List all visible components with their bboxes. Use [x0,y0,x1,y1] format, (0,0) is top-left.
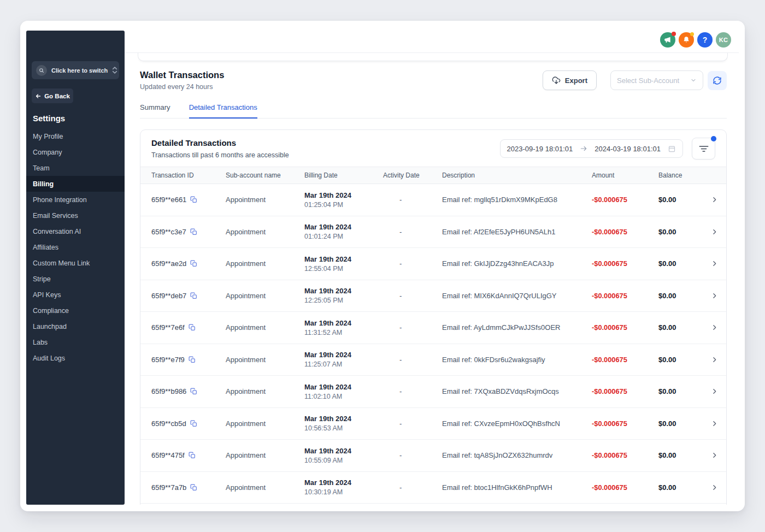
copy-icon[interactable] [189,324,196,331]
activity-date-cell: - [383,387,442,395]
refresh-icon [713,76,722,85]
content-scroll-area[interactable]: Wallet Transactions Updated every 24 hou… [125,53,739,505]
account-switcher[interactable]: Click here to switch [32,61,119,79]
table-column-header: Activity Date [383,172,442,179]
transaction-id: 65f9**ae2d [151,259,186,268]
table-row[interactable]: 65f9**e7f9 Appointment Mar 19th 2024 11:… [140,344,726,376]
sidebar-nav-item[interactable]: Email Services [26,208,125,223]
billing-content: Wallet Transactions Updated every 24 hou… [125,61,739,505]
row-expand-chevron-icon[interactable] [702,324,726,331]
table-row[interactable]: 65f9**7a7b Appointment Mar 19th 2024 10:… [140,472,726,504]
sidebar-nav-item[interactable]: API Keys [26,287,125,303]
row-expand-chevron-icon[interactable] [702,420,726,427]
copy-icon[interactable] [189,356,196,363]
subaccount-name-cell: Appointment [226,451,304,459]
row-expand-chevron-icon[interactable] [702,484,726,491]
copy-icon[interactable] [190,228,197,235]
sidebar-title: Settings [33,114,119,123]
page-header: Wallet Transactions Updated every 24 hou… [140,70,727,91]
export-button[interactable]: Export [543,70,597,90]
subaccount-select[interactable]: Select Sub-Account [610,70,703,90]
copy-icon[interactable] [190,420,197,427]
table-row[interactable]: 65f9**7e6f Appointment Mar 19th 2024 11:… [140,312,726,344]
sidebar-nav-item[interactable]: Custom Menu Link [26,255,125,271]
go-back-button[interactable]: Go Back [32,88,73,103]
table-row[interactable]: 65f9**e661 Appointment Mar 19th 2024 01:… [140,184,726,216]
row-expand-chevron-icon[interactable] [702,292,726,299]
sidebar-nav-item[interactable]: My Profile [26,128,125,144]
billing-date-cell: Mar 19th 2024 01:01:24 PM [304,223,383,240]
copy-icon[interactable] [189,452,196,459]
announcement-icon[interactable] [660,32,675,48]
sidebar-nav-item[interactable]: Company [26,144,125,160]
row-expand-chevron-icon[interactable] [702,388,726,395]
wallet-tab[interactable]: Detailed Transactions [189,103,257,119]
refresh-button[interactable] [708,71,727,90]
sidebar-nav-item[interactable]: Phone Integration [26,192,125,208]
date-range-picker[interactable]: 2023-09-19 18:01:01 2024-03-19 18:01:01 [500,139,683,158]
copy-icon[interactable] [190,292,197,299]
row-expand-chevron-icon[interactable] [702,452,726,459]
copy-icon[interactable] [190,260,197,267]
sidebar-nav-item-label: Team [33,164,50,172]
row-expand-chevron-icon[interactable] [702,260,726,267]
billing-date-cell: Mar 19th 2024 12:25:05 PM [304,287,383,304]
copy-icon[interactable] [190,484,197,491]
billing-date: Mar 19th 2024 [304,223,383,231]
sidebar-nav-item-label: Compliance [33,307,69,315]
sidebar-nav-item-label: Company [33,149,62,156]
table-row[interactable]: 65f9**475f Appointment Mar 19th 2024 10:… [140,440,726,472]
download-cloud-icon [552,76,561,85]
sidebar-nav-item[interactable]: Team [26,160,125,176]
notification-bell-icon[interactable] [679,32,694,48]
table-row[interactable]: 65f9**c3e7 Appointment Mar 19th 2024 01:… [140,216,726,249]
sidebar-nav-item-label: Stripe [33,275,51,283]
table-column-header: Balance [654,172,702,179]
wallet-tab[interactable]: Summary [140,103,170,118]
activity-date-cell: - [383,228,442,236]
billing-date: Mar 19th 2024 [304,319,383,327]
account-switcher-label: Click here to switch [51,67,108,74]
activity-date-cell: - [383,259,442,268]
wallet-tab-label: Detailed Transactions [189,103,257,111]
copy-icon[interactable] [190,196,197,203]
card-controls: 2023-09-19 18:01:01 2024-03-19 18:01:01 [500,138,715,159]
sidebar-nav-item[interactable]: Billing [26,176,125,192]
row-expand-chevron-icon[interactable] [702,228,726,235]
sidebar-nav-item[interactable]: Stripe [26,271,125,287]
export-label: Export [565,76,587,85]
amount-cell: -$0.000675 [587,196,654,204]
billing-date-cell: Mar 19th 2024 10:56:53 AM [304,415,383,432]
sidebar-nav-item[interactable]: Labs [26,334,125,350]
sidebar-nav-item[interactable]: Audit Logs [26,350,125,366]
table-column-header: Billing Date [304,172,383,179]
user-avatar[interactable]: KC [716,32,731,48]
help-icon[interactable]: ? [697,32,713,48]
row-expand-chevron-icon[interactable] [702,356,726,363]
activity-date-cell: - [383,356,442,364]
sidebar-nav-item-label: Labs [33,339,48,346]
activity-date-cell: - [383,483,442,492]
table-row[interactable]: 65f9**ae2d Appointment Mar 19th 2024 12:… [140,248,726,280]
billing-date-cell: Mar 19th 2024 10:55:09 AM [304,447,383,464]
table-row[interactable]: 65f9**cb5d Appointment Mar 19th 2024 10:… [140,408,726,440]
filter-button[interactable] [692,138,715,159]
transaction-id-cell: 65f9**475f [151,451,226,459]
balance-cell: $0.00 [654,323,702,332]
transaction-id: 65f9**7e6f [151,323,185,332]
sidebar-nav-item[interactable]: Compliance [26,303,125,318]
page-subtitle: Updated every 24 hours [140,83,224,91]
table-row[interactable]: 65f9**b986 Appointment Mar 19th 2024 11:… [140,376,726,408]
table-row[interactable]: 65f9**deb7 Appointment Mar 19th 2024 12:… [140,280,726,312]
sidebar-nav-item[interactable]: Affiliates [26,239,125,255]
wallet-tabs: Summary Detailed Transactions [140,103,727,119]
amount-cell: -$0.000675 [587,451,654,459]
sidebar-nav-item[interactable]: Launchpad [26,318,125,334]
table-header: Transaction ID Sub-account name Billing … [140,167,726,184]
row-expand-chevron-icon[interactable] [702,196,726,203]
billing-date-cell: Mar 19th 2024 10:30:19 AM [304,478,383,496]
description-cell: Email ref: btoc1HlfnGkK6hPnpfWH [442,483,587,492]
copy-icon[interactable] [190,388,197,395]
sidebar-nav-item[interactable]: Conversation AI [26,223,125,239]
main-area: ? KC Wallet Transactions Updated every 2… [125,31,739,505]
